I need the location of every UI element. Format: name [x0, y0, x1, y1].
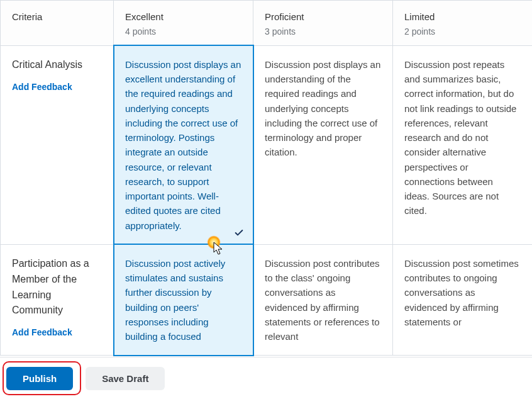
level-cell-excellent[interactable]: Discussion post actively stimulates and …: [114, 244, 253, 356]
header-level-points: 2 points: [404, 25, 521, 39]
level-description: Discussion post sometimes contributes to…: [404, 256, 521, 329]
header-level-title: Proficient: [265, 9, 381, 24]
level-cell-limited[interactable]: Discussion post sometimes contributes to…: [393, 244, 533, 356]
header-criteria: Criteria: [1, 1, 114, 46]
publish-button[interactable]: Publish: [6, 367, 73, 390]
header-criteria-label: Criteria: [12, 9, 102, 24]
header-level-excellent: Excellent 4 points: [114, 1, 253, 46]
save-draft-button[interactable]: Save Draft: [86, 367, 165, 390]
header-level-points: 3 points: [265, 25, 381, 39]
header-level-title: Limited: [404, 9, 521, 24]
level-cell-proficient[interactable]: Discussion post displays an understandin…: [253, 45, 393, 244]
criterion-cell: Critical Analysis Add Feedback: [1, 45, 114, 244]
header-level-limited: Limited 2 points: [393, 1, 533, 46]
criterion-cell: Participation as a Member of the Learnin…: [1, 244, 114, 356]
criterion-name: Participation as a Member of the Learnin…: [12, 256, 102, 318]
level-description: Discussion post actively stimulates and …: [125, 256, 241, 344]
rubric-table: Criteria Excellent 4 points Proficient 3…: [0, 0, 532, 356]
level-description: Discussion post displays an understandin…: [265, 57, 381, 160]
criterion-row: Participation as a Member of the Learnin…: [1, 244, 533, 356]
level-description: Discussion post repeats and summarizes b…: [404, 57, 521, 218]
level-description: Discussion post displays an excellent un…: [125, 57, 241, 233]
header-level-points: 4 points: [125, 25, 241, 39]
add-feedback-link[interactable]: Add Feedback: [12, 81, 102, 94]
header-level-title: Excellent: [125, 9, 241, 24]
criterion-row: Critical Analysis Add Feedback Discussio…: [1, 45, 533, 244]
action-bar: Publish Save Draft: [0, 357, 532, 399]
criterion-name: Critical Analysis: [12, 57, 102, 73]
level-description: Discussion post contributes to the class…: [265, 256, 381, 344]
level-cell-excellent[interactable]: Discussion post displays an excellent un…: [114, 45, 253, 244]
rubric-scroll-region[interactable]: Criteria Excellent 4 points Proficient 3…: [0, 0, 532, 357]
level-cell-limited[interactable]: Discussion post repeats and summarizes b…: [393, 45, 533, 244]
add-feedback-link[interactable]: Add Feedback: [12, 326, 102, 340]
header-level-proficient: Proficient 3 points: [253, 1, 393, 46]
checkmark-icon: [234, 228, 244, 238]
header-row: Criteria Excellent 4 points Proficient 3…: [1, 1, 533, 46]
level-cell-proficient[interactable]: Discussion post contributes to the class…: [253, 244, 393, 356]
